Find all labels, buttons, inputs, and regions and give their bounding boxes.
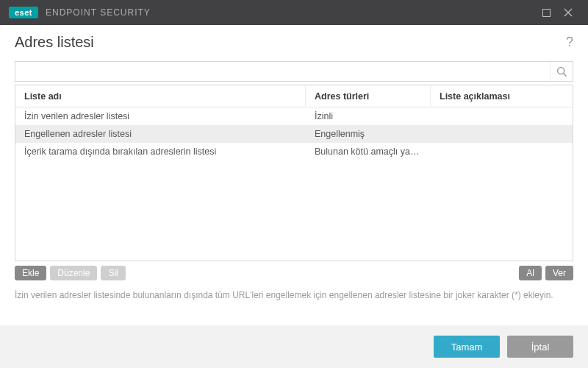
cell-name: İçerik tarama dışında bırakılan adresler… (15, 146, 306, 157)
col-header-type[interactable]: Adres türleri (306, 85, 431, 107)
import-button[interactable]: Al (519, 266, 542, 280)
footer: Tamam İptal (0, 325, 588, 368)
export-button[interactable]: Ver (545, 266, 573, 280)
cell-type: Bulunan kötü amaçlı yazıl... (306, 146, 431, 157)
edit-button[interactable]: Düzenle (50, 266, 97, 280)
titlebar: eset ENDPOINT SECURITY (0, 0, 588, 25)
add-button[interactable]: Ekle (15, 266, 46, 280)
cell-type: Engellenmiş (306, 129, 431, 139)
table-row[interactable]: Engellenen adresler listesiEngellenmiş (15, 125, 573, 143)
help-icon[interactable]: ? (566, 35, 573, 50)
search-bar (15, 61, 573, 82)
hint-text: İzin verilen adresler listesinde bulunan… (15, 289, 573, 302)
cell-type: İzinli (306, 111, 431, 121)
table-row[interactable]: İçerik tarama dışında bırakılan adresler… (15, 143, 573, 160)
close-icon[interactable] (557, 1, 579, 24)
brand-product: ENDPOINT SECURITY (46, 7, 151, 18)
table-body: İzin verilen adresler listesiİzinliEngel… (15, 107, 573, 261)
toolbar: Ekle Düzenle Sil Al Ver (15, 266, 573, 280)
col-header-name[interactable]: Liste adı (15, 85, 306, 107)
table-header: Liste adı Adres türleri Liste açıklaması (15, 85, 573, 107)
cell-name: Engellenen adresler listesi (15, 129, 306, 139)
search-input[interactable] (15, 62, 551, 81)
page-header: Adres listesi ? (15, 34, 573, 51)
brand-logo: eset (9, 7, 38, 18)
cancel-button[interactable]: İptal (507, 336, 573, 358)
maximize-icon[interactable] (535, 1, 557, 24)
ok-button[interactable]: Tamam (434, 336, 500, 358)
table-row[interactable]: İzin verilen adresler listesiİzinli (15, 107, 573, 125)
svg-point-3 (558, 67, 564, 74)
svg-rect-0 (542, 9, 550, 16)
col-header-desc[interactable]: Liste açıklaması (431, 85, 573, 107)
delete-button[interactable]: Sil (101, 266, 125, 280)
page-title: Adres listesi (15, 34, 566, 51)
address-table: Liste adı Adres türleri Liste açıklaması… (15, 85, 573, 261)
search-icon[interactable] (551, 62, 573, 81)
cell-name: İzin verilen adresler listesi (15, 111, 306, 121)
svg-line-4 (564, 73, 567, 76)
